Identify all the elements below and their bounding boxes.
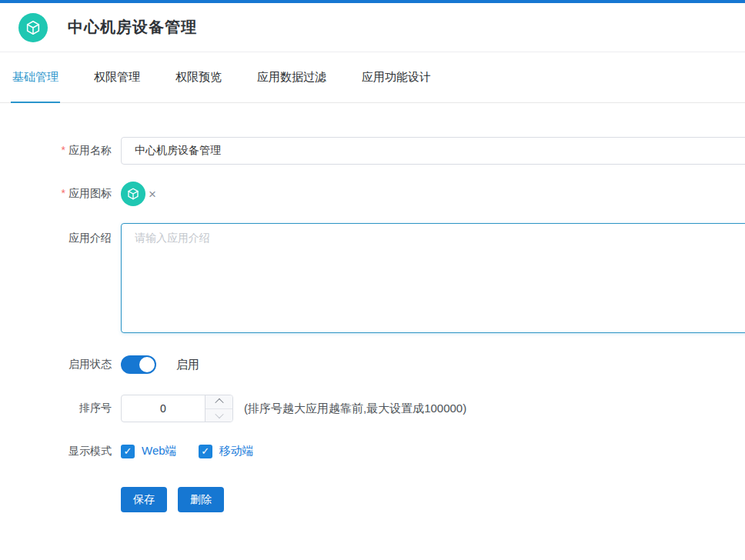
tab-permission-preview[interactable]: 权限预览 (174, 52, 223, 102)
app-intro-textarea[interactable] (121, 223, 745, 333)
enable-status-label: 启用状态 (0, 358, 121, 372)
app-name-row: *应用名称 (0, 137, 745, 165)
form-actions-row: 保存 删除 (0, 487, 745, 512)
required-asterisk: * (62, 144, 65, 156)
checkbox-web[interactable]: ✓ Web端 (121, 444, 177, 458)
delete-button[interactable]: 删除 (178, 487, 224, 512)
stepper-down-button[interactable] (205, 408, 232, 422)
tab-permission-management[interactable]: 权限管理 (92, 52, 142, 102)
basic-settings-form: *应用名称 *应用图标 × 应用介绍 启用状态 启用 排序号 (0, 103, 745, 512)
sort-number-label: 排序号 (0, 402, 121, 415)
stepper-buttons (205, 395, 232, 422)
sort-number-stepper (121, 395, 233, 422)
page-title: 中心机房设备管理 (68, 17, 197, 38)
close-icon[interactable]: × (149, 188, 156, 201)
checkbox-checked-icon[interactable]: ✓ (199, 445, 212, 458)
required-asterisk: * (62, 187, 65, 199)
app-name-label: *应用名称 (0, 144, 121, 158)
tab-bar: 基础管理 权限管理 权限预览 应用数据过滤 应用功能设计 (0, 52, 745, 103)
display-mode-row: 显示模式 ✓ Web端 ✓ 移动端 (0, 444, 745, 458)
checkbox-web-label: Web端 (142, 444, 177, 458)
app-intro-label: 应用介绍 (0, 223, 121, 245)
app-icon-row: *应用图标 × (0, 182, 745, 206)
stepper-up-button[interactable] (205, 395, 232, 408)
tab-app-data-filter[interactable]: 应用数据过滤 (256, 52, 328, 102)
display-mode-label: 显示模式 (0, 445, 121, 458)
save-button[interactable]: 保存 (121, 487, 167, 512)
app-avatar (18, 13, 48, 42)
sort-number-input[interactable] (122, 395, 205, 422)
app-icon-preview[interactable] (121, 182, 145, 206)
app-name-input[interactable] (121, 137, 745, 165)
chevron-down-icon (215, 410, 223, 418)
enable-status-text: 启用 (176, 358, 199, 372)
tab-app-function-design[interactable]: 应用功能设计 (360, 52, 433, 102)
app-icon-label: *应用图标 (0, 187, 121, 201)
checkbox-mobile[interactable]: ✓ 移动端 (199, 444, 254, 458)
checkbox-mobile-label: 移动端 (219, 444, 254, 458)
page-header: 中心机房设备管理 (0, 3, 745, 52)
checkbox-checked-icon[interactable]: ✓ (121, 445, 135, 458)
sort-number-row: 排序号 (排序号越大应用越靠前,最大设置成100000) (0, 395, 745, 422)
enable-status-row: 启用状态 启用 (0, 355, 745, 374)
cube-icon (25, 19, 42, 36)
tab-basic-management[interactable]: 基础管理 (11, 52, 60, 102)
chevron-up-icon (215, 398, 223, 407)
app-intro-row: 应用介绍 (0, 223, 745, 333)
enable-toggle[interactable] (121, 355, 156, 374)
cube-icon (126, 187, 140, 201)
sort-number-hint: (排序号越大应用越靠前,最大设置成100000) (244, 402, 466, 416)
toggle-knob (139, 357, 155, 372)
